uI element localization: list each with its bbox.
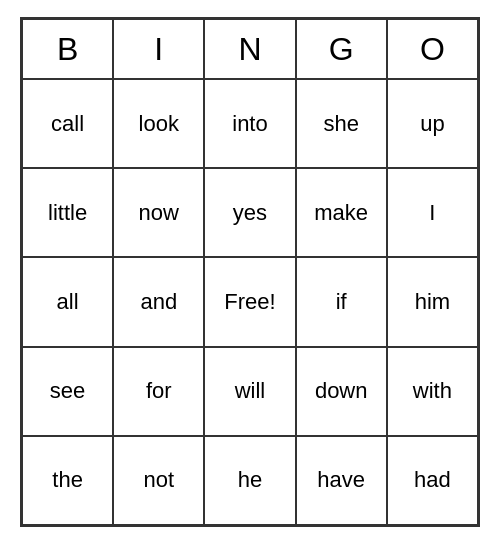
cell-r2c2: now [113,168,204,257]
cell-r4c1: see [22,347,113,436]
cell-r3c2: and [113,257,204,346]
cell-r2c4: make [296,168,387,257]
cell-r3c5: him [387,257,478,346]
cell-r4c5: with [387,347,478,436]
cell-r1c3: into [204,79,295,168]
cell-r5c1: the [22,436,113,525]
cell-r3c1: all [22,257,113,346]
header-g: G [296,19,387,79]
cell-r3c3: Free! [204,257,295,346]
cell-r1c5: up [387,79,478,168]
cell-r5c4: have [296,436,387,525]
header-n: N [204,19,295,79]
cell-r1c4: she [296,79,387,168]
cell-r2c1: little [22,168,113,257]
cell-r5c3: he [204,436,295,525]
bingo-card: B I N G O call look into she up little n… [20,17,480,527]
header-b: B [22,19,113,79]
cell-r4c2: for [113,347,204,436]
cell-r4c4: down [296,347,387,436]
cell-r5c5: had [387,436,478,525]
cell-r1c2: look [113,79,204,168]
cell-r4c3: will [204,347,295,436]
header-i: I [113,19,204,79]
cell-r3c4: if [296,257,387,346]
header-o: O [387,19,478,79]
cell-r2c3: yes [204,168,295,257]
cell-r5c2: not [113,436,204,525]
cell-r2c5: I [387,168,478,257]
cell-r1c1: call [22,79,113,168]
